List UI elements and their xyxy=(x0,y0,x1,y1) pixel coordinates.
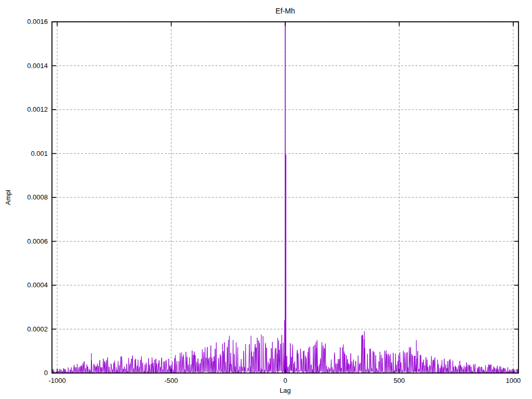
correlation-chart: Ef-Mh Lag Ampl -1000-5000500100000.00020… xyxy=(0,0,532,399)
y-tick-label: 0.001 xyxy=(0,150,48,158)
y-tick-label: 0.0006 xyxy=(0,237,48,246)
y-tick-label: 0.0014 xyxy=(0,62,48,70)
x-axis-label: Lag xyxy=(52,387,518,395)
y-tick-label: 0.0004 xyxy=(0,281,48,289)
y-tick-label: 0.0008 xyxy=(0,193,48,202)
x-tick-label: 0 xyxy=(283,377,287,385)
chart-canvas xyxy=(0,0,532,399)
x-tick-label: 500 xyxy=(394,377,405,385)
x-tick-label: 1000 xyxy=(506,377,521,385)
x-tick-label: -500 xyxy=(165,377,178,385)
y-tick-label: 0.0002 xyxy=(0,325,48,334)
y-tick-label: 0 xyxy=(0,369,48,377)
chart-title: Ef-Mh xyxy=(52,7,518,15)
y-tick-label: 0.0012 xyxy=(0,105,48,114)
y-tick-label: 0.0016 xyxy=(0,18,48,26)
x-tick-label: -1000 xyxy=(48,377,65,385)
